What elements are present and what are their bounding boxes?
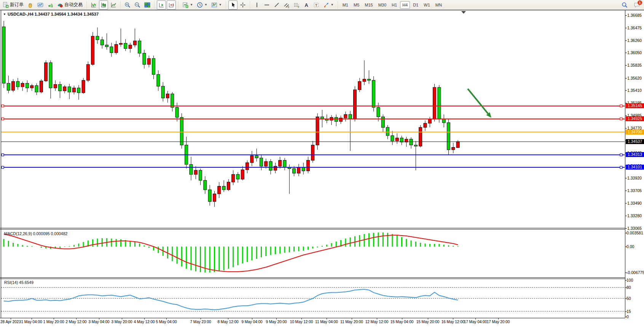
price-tick-label: 1.33065 — [627, 226, 644, 231]
time-tick-mark — [11, 318, 11, 319]
price-tick-label: 1.33280 — [627, 213, 644, 218]
time-tick-mark — [352, 318, 352, 319]
time-tick-mark — [327, 318, 327, 319]
chart-bottom-border — [0, 318, 625, 318]
price-tick-label: 1.35410 — [627, 88, 644, 93]
rsi-tick-label: 15 — [626, 309, 631, 314]
price-tick-mark — [625, 78, 627, 79]
toolbar-bottom-border — [0, 10, 644, 10]
time-label: 11 May 04:00 — [315, 320, 338, 324]
price-tag: 1.34537 — [626, 139, 644, 144]
macd-tick-label: -0.006775 — [626, 270, 644, 275]
time-tick-mark — [402, 318, 402, 319]
time-tick-mark — [54, 318, 54, 319]
price-tick-mark — [625, 128, 627, 128]
price-tick-label: 1.33490 — [627, 201, 644, 205]
time-label: 9 May 04:00 — [241, 320, 262, 324]
time-tick-mark — [377, 318, 377, 319]
ohlc-readout: USDCAD-,H4 1.34437 1.34564 1.34434 1.345… — [8, 12, 99, 16]
time-label: 16 May 12:00 — [442, 320, 465, 324]
price-tag: 1.34313 — [626, 152, 644, 157]
price-tick-mark — [625, 203, 627, 204]
time-label: 2 May 12:00 — [65, 320, 86, 324]
time-tick-mark — [453, 318, 453, 319]
panel-splitter-rsi2[interactable] — [0, 279, 625, 279]
panel-splitter-rsi[interactable] — [0, 277, 625, 278]
price-tick-mark — [625, 15, 627, 16]
rsi-tick-label: 100 — [626, 278, 633, 282]
price-tick-mark — [625, 90, 627, 91]
time-label: 4 May 12:00 — [134, 320, 155, 324]
time-label: 3 May 20:00 — [111, 320, 132, 324]
chart-symbol-title: ▼USDCAD-,H4 1.34437 1.34564 1.34434 1.34… — [3, 12, 99, 16]
time-label: 1 May 20:00 — [43, 320, 64, 324]
time-label: 12 May 12:00 — [365, 320, 389, 324]
time-label: 7 May 23:00 — [190, 320, 211, 324]
price-tick-mark — [625, 28, 627, 28]
price-tick-label: 1.33920 — [627, 176, 644, 180]
price-tick-label: 1.35835 — [627, 63, 644, 67]
macd-tick-label: 0.00 — [626, 244, 634, 249]
price-tag: 1.34925 — [626, 116, 644, 121]
time-tick-mark — [301, 318, 302, 319]
price-tick-mark — [625, 53, 627, 53]
price-tag: 1.34101 — [626, 165, 644, 170]
rsi-tick-label: 50 — [626, 296, 631, 301]
time-tick-mark — [122, 318, 122, 319]
time-tick-mark — [32, 318, 32, 319]
price-chart-canvas[interactable] — [0, 0, 644, 327]
time-tick-mark — [144, 318, 145, 319]
price-tag: 1.34700 — [626, 130, 644, 135]
time-tick-mark — [475, 318, 476, 319]
price-tick-mark — [625, 40, 627, 41]
time-label: 1 May 04:00 — [21, 320, 42, 324]
price-tick-label: 1.35620 — [627, 76, 644, 80]
time-tick-mark — [276, 318, 277, 319]
price-tick-mark — [625, 191, 627, 191]
time-tick-mark — [76, 318, 77, 319]
time-label: 5 May 04:00 — [156, 320, 177, 324]
chart-region[interactable]: ▼USDCAD-,H4 1.34437 1.34564 1.34434 1.34… — [0, 10, 644, 327]
time-tick-mark — [228, 318, 228, 319]
time-label: 17 May 20:00 — [487, 320, 510, 324]
price-tick-label: 1.36260 — [627, 38, 644, 43]
price-tick-label: 1.36685 — [627, 13, 644, 18]
time-label: 9 May 20:00 — [266, 320, 287, 324]
time-tick-mark — [166, 318, 167, 319]
time-tick-mark — [498, 318, 499, 319]
chevron-down-icon[interactable]: ▼ — [3, 13, 6, 16]
time-label: 17 May 04:00 — [464, 320, 487, 324]
panel-splitter-macd2[interactable] — [0, 229, 625, 229]
price-tag: 1.35145 — [626, 103, 644, 108]
time-label: 3 May 04:00 — [88, 320, 109, 324]
time-label: 15 May 04:00 — [391, 320, 414, 324]
time-label: 10 May 12:00 — [290, 320, 313, 324]
time-label: 11 May 20:00 — [340, 320, 363, 324]
macd-tick-label: 0.003581 — [626, 231, 643, 235]
axis-vertical-line — [625, 10, 625, 318]
time-tick-mark — [99, 318, 99, 319]
price-tick-mark — [625, 228, 627, 229]
rsi-tick-label: 80 — [626, 285, 631, 290]
panel-splitter-macd[interactable] — [0, 228, 625, 228]
price-tick-mark — [625, 115, 627, 116]
chart-left-border — [1, 10, 1, 318]
time-tick-mark — [252, 318, 252, 319]
price-tick-label: 1.36475 — [627, 26, 644, 30]
price-tick-mark — [625, 65, 627, 66]
time-label: 15 May 20:00 — [416, 320, 440, 324]
price-tick-label: 1.36050 — [627, 50, 644, 55]
time-label: 28 Apr 2023 — [0, 320, 21, 324]
price-tick-label: 1.33705 — [627, 188, 644, 193]
time-label: 8 May 12:00 — [217, 320, 238, 324]
time-tick-mark — [428, 318, 428, 319]
price-tick-mark — [625, 216, 627, 216]
rsi-label: RSI(14) 45.6549 — [4, 280, 33, 285]
price-tick-mark — [625, 178, 627, 178]
time-tick-mark — [201, 318, 201, 319]
mt4-window: 新订单自动交易▼▼▼EFAT▼M1M5M15M30H1H4D1W1MN1 ▼US… — [0, 0, 644, 327]
rsi-tick-label: 0 — [626, 314, 629, 319]
macd-label: MACD(12,26,9) 0.000095 0.000482 — [4, 231, 67, 236]
